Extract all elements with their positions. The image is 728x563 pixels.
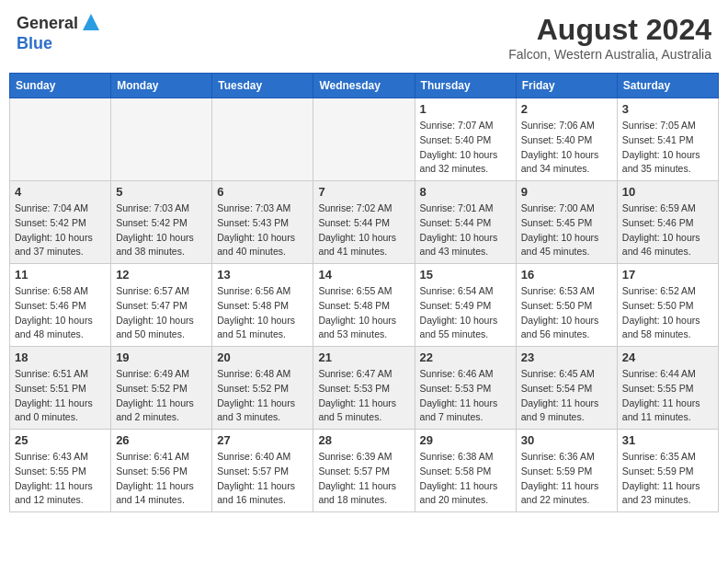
calendar-cell: 1Sunrise: 7:07 AMSunset: 5:40 PMDaylight…: [415, 98, 516, 181]
sunset-label: Sunset: 5:53 PM: [318, 383, 390, 394]
calendar-cell: 20Sunrise: 6:48 AMSunset: 5:52 PMDayligh…: [212, 347, 313, 430]
day-info: Sunrise: 6:52 AMSunset: 5:50 PMDaylight:…: [622, 284, 713, 342]
sunrise-label: Sunrise: 7:04 AM: [15, 202, 88, 213]
sunset-label: Sunset: 5:47 PM: [116, 300, 188, 311]
calendar-cell: 15Sunrise: 6:54 AMSunset: 5:49 PMDayligh…: [415, 264, 516, 347]
sunrise-label: Sunrise: 7:03 AM: [116, 202, 189, 213]
daylight-label: Daylight: 10 hours and 43 minutes.: [420, 232, 498, 258]
daylight-label: Daylight: 11 hours and 18 minutes.: [318, 480, 396, 506]
sunset-label: Sunset: 5:55 PM: [15, 465, 86, 477]
daylight-label: Daylight: 10 hours and 51 minutes.: [217, 315, 295, 340]
calendar-table: SundayMondayTuesdayWednesdayThursdayFrid…: [9, 73, 719, 512]
calendar-cell: [10, 98, 111, 181]
sunrise-label: Sunrise: 6:38 AM: [420, 451, 494, 462]
calendar-cell: 31Sunrise: 6:35 AMSunset: 5:59 PMDayligh…: [617, 430, 718, 512]
calendar-cell: 21Sunrise: 6:47 AMSunset: 5:53 PMDayligh…: [313, 347, 415, 430]
calendar-cell: [212, 98, 313, 181]
day-number: 11: [15, 268, 106, 282]
sunrise-label: Sunrise: 7:07 AM: [420, 120, 494, 131]
daylight-label: Daylight: 10 hours and 53 minutes.: [318, 315, 396, 340]
sunset-label: Sunset: 5:46 PM: [622, 217, 694, 228]
calendar-cell: 26Sunrise: 6:41 AMSunset: 5:56 PMDayligh…: [111, 430, 212, 512]
day-number: 19: [116, 350, 207, 364]
day-number: 18: [15, 350, 106, 364]
sunrise-label: Sunrise: 6:54 AM: [420, 285, 494, 296]
calendar-cell: 27Sunrise: 6:40 AMSunset: 5:57 PMDayligh…: [212, 430, 313, 512]
sunset-label: Sunset: 5:44 PM: [420, 217, 492, 228]
day-number: 10: [622, 185, 713, 199]
day-info: Sunrise: 6:53 AMSunset: 5:50 PMDaylight:…: [521, 284, 612, 342]
day-number: 9: [521, 185, 612, 199]
day-info: Sunrise: 6:59 AMSunset: 5:46 PMDaylight:…: [622, 201, 713, 259]
day-info: Sunrise: 6:44 AMSunset: 5:55 PMDaylight:…: [622, 367, 713, 425]
daylight-label: Daylight: 10 hours and 45 minutes.: [521, 232, 599, 258]
sunrise-label: Sunrise: 6:45 AM: [521, 368, 595, 379]
calendar-cell: 13Sunrise: 6:56 AMSunset: 5:48 PMDayligh…: [212, 264, 313, 347]
sunrise-label: Sunrise: 7:01 AM: [420, 202, 494, 213]
day-number: 6: [217, 185, 308, 199]
sunset-label: Sunset: 5:59 PM: [622, 465, 694, 477]
sunset-label: Sunset: 5:48 PM: [318, 300, 390, 311]
day-info: Sunrise: 6:36 AMSunset: 5:59 PMDaylight:…: [521, 450, 612, 508]
calendar-cell: 2Sunrise: 7:06 AMSunset: 5:40 PMDaylight…: [516, 98, 617, 181]
calendar-cell: 18Sunrise: 6:51 AMSunset: 5:51 PMDayligh…: [10, 347, 111, 430]
daylight-label: Daylight: 10 hours and 38 minutes.: [116, 232, 194, 258]
sunset-label: Sunset: 5:57 PM: [217, 465, 289, 477]
sunrise-label: Sunrise: 6:43 AM: [15, 451, 88, 462]
day-number: 8: [420, 185, 511, 199]
calendar-cell: 7Sunrise: 7:02 AMSunset: 5:44 PMDaylight…: [313, 181, 415, 264]
day-info: Sunrise: 6:57 AMSunset: 5:47 PMDaylight:…: [116, 284, 207, 342]
sunset-label: Sunset: 5:40 PM: [420, 134, 492, 145]
svg-marker-0: [83, 14, 99, 30]
day-number: 22: [420, 350, 511, 364]
day-number: 7: [318, 185, 409, 199]
day-number: 27: [217, 433, 308, 447]
day-number: 5: [116, 185, 207, 199]
sunset-label: Sunset: 5:58 PM: [420, 465, 492, 477]
sunset-label: Sunset: 5:44 PM: [318, 217, 390, 228]
daylight-label: Daylight: 11 hours and 11 minutes.: [622, 397, 700, 423]
calendar-cell: 16Sunrise: 6:53 AMSunset: 5:50 PMDayligh…: [516, 264, 617, 347]
day-number: 2: [521, 102, 612, 116]
sunrise-label: Sunrise: 7:03 AM: [217, 202, 290, 213]
daylight-label: Daylight: 10 hours and 40 minutes.: [217, 232, 295, 258]
sunset-label: Sunset: 5:41 PM: [622, 134, 694, 145]
day-info: Sunrise: 6:56 AMSunset: 5:48 PMDaylight:…: [217, 284, 308, 342]
calendar-cell: 12Sunrise: 6:57 AMSunset: 5:47 PMDayligh…: [111, 264, 212, 347]
sunrise-label: Sunrise: 6:41 AM: [116, 451, 189, 462]
sunrise-label: Sunrise: 7:02 AM: [318, 202, 392, 213]
col-header-thursday: Thursday: [415, 74, 516, 98]
daylight-label: Daylight: 10 hours and 50 minutes.: [116, 315, 194, 340]
day-info: Sunrise: 7:03 AMSunset: 5:42 PMDaylight:…: [116, 201, 207, 259]
calendar-cell: [111, 98, 212, 181]
calendar-cell: 23Sunrise: 6:45 AMSunset: 5:54 PMDayligh…: [516, 347, 617, 430]
daylight-label: Daylight: 11 hours and 12 minutes.: [15, 480, 93, 506]
sunset-label: Sunset: 5:51 PM: [15, 383, 86, 394]
sunrise-label: Sunrise: 6:47 AM: [318, 368, 392, 379]
day-number: 13: [217, 268, 308, 282]
col-header-sunday: Sunday: [10, 74, 111, 98]
day-number: 25: [15, 433, 106, 447]
day-info: Sunrise: 6:55 AMSunset: 5:48 PMDaylight:…: [318, 284, 409, 342]
calendar-cell: 19Sunrise: 6:49 AMSunset: 5:52 PMDayligh…: [111, 347, 212, 430]
daylight-label: Daylight: 10 hours and 48 minutes.: [15, 315, 93, 340]
day-number: 12: [116, 268, 207, 282]
day-info: Sunrise: 6:45 AMSunset: 5:54 PMDaylight:…: [521, 367, 612, 425]
sunset-label: Sunset: 5:46 PM: [15, 300, 86, 311]
sunrise-label: Sunrise: 6:56 AM: [217, 285, 290, 296]
day-number: 30: [521, 433, 612, 447]
day-info: Sunrise: 7:02 AMSunset: 5:44 PMDaylight:…: [318, 201, 409, 259]
daylight-label: Daylight: 11 hours and 14 minutes.: [116, 480, 194, 506]
sunset-label: Sunset: 5:54 PM: [521, 383, 593, 394]
calendar-week-row: 18Sunrise: 6:51 AMSunset: 5:51 PMDayligh…: [10, 347, 719, 430]
day-number: 1: [420, 102, 511, 116]
logo-general-text: General: [17, 15, 78, 33]
day-number: 16: [521, 268, 612, 282]
daylight-label: Daylight: 11 hours and 9 minutes.: [521, 397, 599, 423]
day-info: Sunrise: 6:47 AMSunset: 5:53 PMDaylight:…: [318, 367, 409, 425]
day-number: 15: [420, 268, 511, 282]
sunrise-label: Sunrise: 7:06 AM: [521, 120, 595, 131]
day-number: 4: [15, 185, 106, 199]
calendar-week-row: 11Sunrise: 6:58 AMSunset: 5:46 PMDayligh…: [10, 264, 719, 347]
day-number: 14: [318, 268, 409, 282]
